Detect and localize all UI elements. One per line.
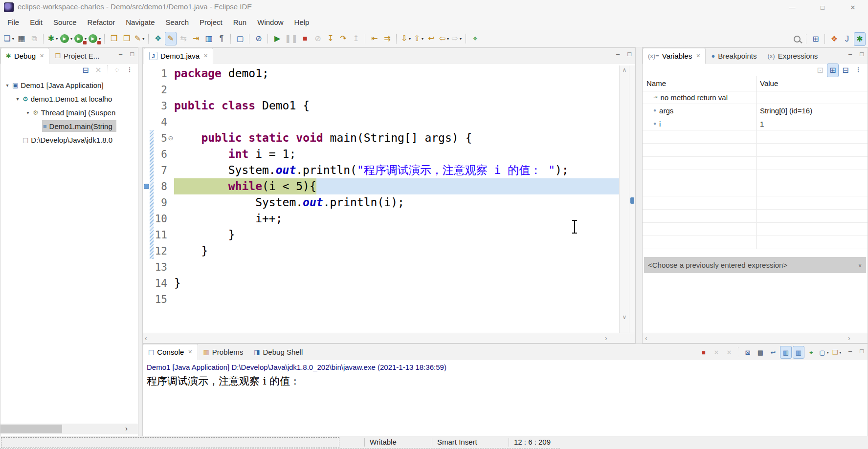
- view-menu-icon[interactable]: ⁝: [852, 64, 864, 77]
- gutter[interactable]: [143, 243, 150, 259]
- close-button[interactable]: ✕: [838, 0, 868, 15]
- show-stdout-when-changed-icon[interactable]: ▥: [780, 346, 792, 359]
- gutter[interactable]: [143, 130, 150, 146]
- gutter[interactable]: [143, 65, 150, 82]
- variables-tab-variables[interactable]: (x)=Variables✕: [643, 48, 706, 64]
- debug-perspective-icon[interactable]: ✱: [854, 32, 866, 46]
- code-line[interactable]: 9 System.out.println(i);: [143, 194, 620, 211]
- code-line[interactable]: 2: [143, 82, 620, 98]
- dropdown-arrow-icon[interactable]: ▾: [85, 37, 87, 41]
- dropdown-arrow-icon[interactable]: ▾: [56, 37, 58, 41]
- close-icon[interactable]: ✕: [696, 53, 700, 59]
- variables-horizontal-scrollbar[interactable]: ‹ ›: [643, 333, 868, 343]
- scroll-right-arrow-icon[interactable]: ›: [125, 424, 128, 432]
- code-line[interactable]: 12 }: [143, 243, 620, 259]
- editor-vertical-scrollbar[interactable]: ∧ ∨: [619, 65, 629, 333]
- column-value[interactable]: Value: [760, 79, 778, 87]
- run-icon[interactable]: ▶▾: [60, 32, 73, 45]
- remove-launch-icon[interactable]: ✕: [711, 346, 722, 359]
- scroll-down-arrow-icon[interactable]: ∨: [620, 314, 629, 321]
- console-tab-problems[interactable]: ▦Problems: [198, 344, 249, 360]
- scroll-up-arrow-icon[interactable]: ∧: [620, 66, 629, 73]
- pause-icon[interactable]: ❚❚: [284, 32, 298, 45]
- code-line[interactable]: 14}: [143, 275, 620, 291]
- dropdown-arrow-icon[interactable]: ▾: [447, 37, 449, 41]
- pilcrow-icon[interactable]: ¶: [216, 32, 227, 45]
- scroll-right-arrow-icon[interactable]: ›: [848, 334, 850, 342]
- java-browsing-perspective-icon[interactable]: ❖: [828, 32, 840, 46]
- debug-tree-item[interactable]: ▾▣Demo1 [Java Application]: [0, 78, 138, 92]
- step-return-icon[interactable]: ↥: [350, 32, 362, 45]
- debug-tab-debug[interactable]: ✱Debug✕: [0, 48, 49, 64]
- disconnect-icon[interactable]: ⊘: [312, 32, 324, 45]
- debug-tree-item[interactable]: ≡Demo1.main(String: [0, 119, 138, 133]
- maximize-view-button[interactable]: □: [860, 348, 864, 354]
- scroll-left-arrow-icon[interactable]: ‹: [645, 334, 647, 342]
- overview-ruler[interactable]: [629, 65, 635, 333]
- scroll-left-arrow-icon[interactable]: ‹: [145, 334, 147, 342]
- current-line-marker[interactable]: [630, 197, 634, 204]
- fold-marker-icon[interactable]: ⊖: [167, 134, 174, 142]
- menu-edit[interactable]: Edit: [24, 15, 48, 30]
- debug-launch-icon[interactable]: ✱▾: [47, 32, 59, 45]
- clear-console-icon[interactable]: ⊠: [742, 346, 754, 359]
- menu-source[interactable]: Source: [48, 15, 82, 30]
- pin-console-icon[interactable]: ⌖: [805, 346, 817, 359]
- code-line[interactable]: 11 }: [143, 227, 620, 243]
- variable-row[interactable]: ●i1: [643, 117, 868, 130]
- code-line[interactable]: 15: [143, 291, 620, 307]
- gutter[interactable]: [143, 114, 150, 130]
- minimize-button[interactable]: —: [777, 0, 807, 15]
- open-perspective-icon[interactable]: ⊞: [810, 32, 822, 46]
- gutter[interactable]: [143, 98, 150, 114]
- pin-editor-icon[interactable]: ⌖: [469, 32, 481, 45]
- maximize-view-button[interactable]: □: [860, 51, 864, 57]
- gutter[interactable]: [143, 291, 150, 307]
- menu-search[interactable]: Search: [160, 15, 194, 30]
- show-logical-structures-icon[interactable]: ⊞: [827, 64, 839, 77]
- show-view-icon[interactable]: ▥: [203, 32, 215, 45]
- menu-navigate[interactable]: Navigate: [120, 15, 160, 30]
- next-change-icon[interactable]: ⇥: [190, 32, 202, 45]
- dropdown-arrow-icon[interactable]: ▾: [839, 350, 841, 355]
- gutter[interactable]: [143, 194, 150, 211]
- chevron-down-icon[interactable]: ∨: [858, 262, 862, 269]
- expander-icon[interactable]: ▾: [3, 83, 11, 88]
- collapse-all-icon[interactable]: ⊟: [80, 64, 91, 77]
- save-icon[interactable]: ▦: [16, 32, 27, 45]
- dropdown-arrow-icon[interactable]: ▾: [409, 37, 411, 41]
- scroll-right-arrow-icon[interactable]: ›: [605, 334, 607, 342]
- menu-run[interactable]: Run: [228, 15, 252, 30]
- debug-tree-item[interactable]: ▾⚙Thread [main] (Suspen: [0, 106, 138, 119]
- expander-icon[interactable]: ▾: [14, 96, 22, 102]
- variables-tab-breakpoints[interactable]: ●Breakpoints: [706, 48, 762, 64]
- view-menu-icon[interactable]: ⁝: [124, 64, 135, 77]
- step-into-icon[interactable]: ↧: [325, 32, 336, 45]
- dropdown-arrow-icon[interactable]: ▾: [99, 37, 101, 41]
- maximize-view-button[interactable]: □: [627, 51, 631, 57]
- pen-slash-icon[interactable]: ⊘: [253, 32, 265, 45]
- remove-all-launches-icon[interactable]: ✕: [723, 346, 735, 359]
- minimize-view-button[interactable]: –: [848, 348, 852, 354]
- dropdown-arrow-icon[interactable]: ▾: [422, 37, 423, 41]
- folder-icon[interactable]: ❒: [121, 32, 133, 45]
- word-wrap-icon[interactable]: ↩: [767, 346, 779, 359]
- debug-horizontal-scrollbar[interactable]: ›: [0, 424, 138, 434]
- code-line[interactable]: 7 System.out.println("程序调试演示，注意观察 i 的值： …: [143, 162, 620, 178]
- gutter[interactable]: [143, 162, 150, 178]
- scrollbar-thumb[interactable]: [0, 425, 62, 433]
- menu-project[interactable]: Project: [194, 15, 228, 30]
- mark-occurrences-icon[interactable]: ✎: [165, 32, 177, 45]
- debug-tab-project-e[interactable]: ❒Project E...: [49, 48, 105, 64]
- new-wizard-icon[interactable]: ❏▾: [3, 32, 15, 45]
- code-line[interactable]: 1package demo1;: [143, 65, 620, 82]
- maximize-view-button[interactable]: □: [130, 51, 134, 57]
- next-annotation-icon[interactable]: ⇩▾: [400, 32, 412, 45]
- code-line[interactable]: 6 int i = 1;: [143, 146, 620, 162]
- dropdown-arrow-icon[interactable]: ▾: [142, 37, 144, 41]
- screenshot-icon[interactable]: ❖: [152, 32, 164, 45]
- gutter[interactable]: [143, 178, 150, 194]
- java-perspective-icon[interactable]: J: [841, 32, 853, 46]
- profile-icon[interactable]: ▶▾: [88, 32, 101, 45]
- code-line[interactable]: 4: [143, 114, 620, 130]
